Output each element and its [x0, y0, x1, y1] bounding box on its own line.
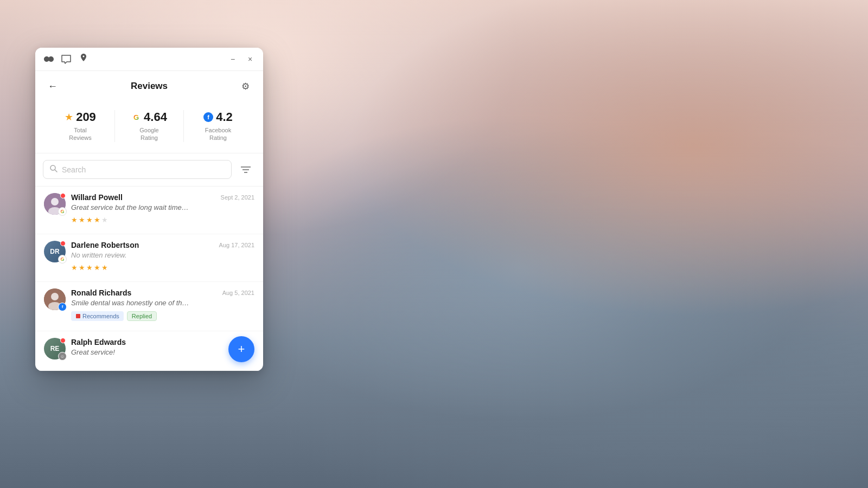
review-item[interactable]: DR G Darlene Robertson Aug 17, 2021 No w… — [35, 234, 263, 282]
star-2: ★ — [79, 264, 85, 272]
facebook-icon: f — [203, 112, 213, 122]
star-5: ★ — [101, 264, 108, 272]
review-meta: Ronald Richards Aug 5, 2021 Smile dental… — [71, 288, 254, 321]
filter-button[interactable] — [236, 160, 256, 179]
facebook-rating-number: 4.2 — [216, 110, 233, 124]
review-top: RE ☺ Ralph Edwards Ju… Great service! — [44, 338, 254, 361]
google-rating-label: GoogleRating — [139, 126, 158, 142]
source-badge-other: ☺ — [58, 352, 67, 361]
infinity-icon[interactable] — [43, 53, 55, 65]
review-tags: Recommends Replied — [71, 311, 254, 321]
minimize-button[interactable]: − — [227, 54, 238, 65]
review-list: G Willard Powell Sept 2, 2021 Great serv… — [35, 187, 263, 371]
review-name-row: Ralph Edwards Ju… — [71, 338, 254, 346]
review-top: DR G Darlene Robertson Aug 17, 2021 No w… — [44, 241, 254, 272]
notification-dot — [60, 193, 66, 198]
location-icon[interactable] — [78, 53, 90, 65]
titlebar: − × — [35, 48, 263, 71]
review-name-row: Willard Powell Sept 2, 2021 — [71, 193, 254, 202]
review-name-row: Ronald Richards Aug 5, 2021 — [71, 288, 254, 297]
avatar-wrap: RE ☺ — [44, 338, 66, 359]
star-2: ★ — [79, 216, 85, 224]
review-top: f Ronald Richards Aug 5, 2021 Smile dent… — [44, 288, 254, 321]
star-1: ★ — [71, 264, 78, 272]
panel-header: ← Reviews ⚙ — [35, 71, 263, 101]
stat-google-rating: G 4.64 GoogleRating — [114, 110, 183, 142]
avatar-wrap: DR G — [44, 241, 66, 262]
star-rating: ★ ★ ★ ★ ★ — [71, 216, 254, 224]
avatar-wrap: G — [44, 193, 66, 215]
reviews-window: − × ← Reviews ⚙ ★ 209 TotalReviews G 4.6… — [35, 48, 263, 371]
svg-rect-11 — [76, 314, 80, 318]
facebook-rating-label: FacebookRating — [205, 126, 231, 142]
star-4: ★ — [94, 216, 100, 224]
review-date: Aug 17, 2021 — [219, 242, 254, 248]
reviewer-name: Darlene Robertson — [71, 241, 139, 249]
total-reviews-label: TotalReviews — [69, 126, 92, 142]
fab-add-button[interactable]: + — [228, 336, 254, 362]
search-input-wrap[interactable] — [43, 160, 232, 179]
star-rating: ★ ★ ★ ★ ★ — [71, 264, 254, 272]
stat-total-reviews: ★ 209 TotalReviews — [46, 110, 114, 142]
reviewer-name: Willard Powell — [71, 193, 123, 202]
reviewer-name: Ralph Edwards — [71, 338, 126, 346]
window-controls: − × — [227, 54, 256, 65]
source-badge-google: G — [58, 255, 67, 264]
search-icon — [50, 165, 58, 174]
source-badge-google: G — [58, 207, 67, 216]
review-text: No written review. — [71, 251, 254, 260]
star-icon: ★ — [65, 111, 73, 123]
search-input[interactable] — [62, 165, 225, 174]
review-top: G Willard Powell Sept 2, 2021 Great serv… — [44, 193, 254, 224]
settings-button[interactable]: ⚙ — [237, 78, 254, 95]
stat-facebook-rating: f 4.2 FacebookRating — [183, 110, 252, 142]
svg-point-9 — [51, 293, 59, 300]
svg-point-6 — [51, 198, 59, 206]
google-icon: G — [131, 112, 141, 122]
close-button[interactable]: × — [245, 54, 256, 65]
review-meta: Willard Powell Sept 2, 2021 Great servic… — [71, 193, 254, 224]
review-meta: Darlene Robertson Aug 17, 2021 No writte… — [71, 241, 254, 272]
stats-row: ★ 209 TotalReviews G 4.64 GoogleRating f… — [35, 101, 263, 153]
chat-icon[interactable] — [60, 53, 72, 65]
review-date: Aug 5, 2021 — [222, 290, 254, 296]
source-badge-facebook: f — [58, 303, 67, 311]
page-title: Reviews — [131, 81, 168, 92]
notification-dot — [60, 241, 66, 246]
svg-line-1 — [55, 170, 57, 172]
total-reviews-number: 209 — [76, 110, 96, 124]
search-container — [35, 153, 263, 187]
notification-dot — [60, 338, 66, 343]
stat-header-total: ★ 209 — [65, 110, 96, 124]
review-date: Sept 2, 2021 — [221, 194, 254, 201]
avatar-wrap: f — [44, 288, 66, 310]
review-meta: Ralph Edwards Ju… Great service! — [71, 338, 254, 361]
stat-header-google: G 4.64 — [131, 110, 167, 124]
star-5: ★ — [101, 216, 108, 224]
tag-replied: Replied — [127, 311, 157, 321]
google-rating-number: 4.64 — [144, 110, 167, 124]
tag-recommends: Recommends — [71, 311, 124, 321]
star-4: ★ — [94, 264, 100, 272]
back-button[interactable]: ← — [44, 78, 61, 95]
star-3: ★ — [86, 264, 93, 272]
review-name-row: Darlene Robertson Aug 17, 2021 — [71, 241, 254, 249]
review-item[interactable]: G Willard Powell Sept 2, 2021 Great serv… — [35, 187, 263, 234]
review-text: Great service but the long wait time… — [71, 203, 254, 213]
review-text: Smile dental was honestly one of th… — [71, 298, 254, 308]
titlebar-app-icons — [43, 53, 90, 65]
stat-header-facebook: f 4.2 — [203, 110, 233, 124]
reviewer-name: Ronald Richards — [71, 288, 131, 297]
review-text: Great service! — [71, 348, 254, 357]
review-item[interactable]: f Ronald Richards Aug 5, 2021 Smile dent… — [35, 282, 263, 331]
star-3: ★ — [86, 216, 93, 224]
star-1: ★ — [71, 216, 78, 224]
